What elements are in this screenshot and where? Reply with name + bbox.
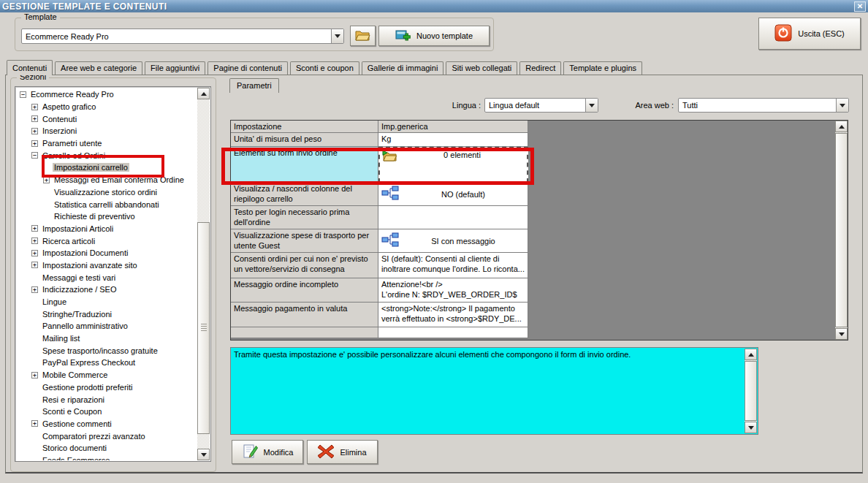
scroll-down-icon[interactable] (835, 328, 848, 340)
settings-table-row[interactable]: Visualizzazione spese di trasporto per u… (231, 229, 528, 253)
setting-value: 0 elementi (400, 150, 525, 160)
tree-item[interactable]: Spese trasporto/incasso gratuite (17, 344, 197, 357)
web-area-select[interactable]: Tutti (678, 98, 849, 113)
scroll-down-icon[interactable] (745, 422, 757, 433)
table-scrollbar[interactable] (835, 121, 848, 340)
tab-pagine-di-contenuti[interactable]: Pagine di contenuti (208, 61, 288, 75)
chevron-down-icon[interactable] (585, 99, 598, 112)
collapse-icon[interactable]: − (20, 91, 26, 98)
expand-icon[interactable]: + (31, 128, 38, 134)
settings-table-row[interactable]: Messaggio pagamento in valuta<strong>Not… (231, 303, 528, 327)
tree-item[interactable]: Messaggi e testi vari (17, 271, 197, 284)
settings-table-row[interactable] (231, 327, 528, 338)
tree-item-label: Lingue (41, 297, 68, 306)
tab-siti-web-collegati[interactable]: Siti web collegati (446, 61, 517, 75)
tree-item[interactable]: +Ricerca articoli (17, 235, 197, 247)
template-select[interactable]: Ecommerce Ready Pro (21, 28, 344, 44)
tree-item[interactable]: Lingue (17, 296, 197, 308)
tab-template-e-plugins[interactable]: Template e plugins (563, 61, 642, 75)
tab-aree-web-e-categorie[interactable]: Aree web e categorie (55, 61, 142, 75)
scroll-up-icon[interactable] (197, 88, 210, 99)
tab-parametri[interactable]: Parametri (229, 78, 279, 93)
tree-item[interactable]: +Indicizzazione / SEO (17, 284, 197, 296)
settings-table-row[interactable]: Visualizza / nascondi colonne del riepil… (231, 183, 528, 206)
open-template-button[interactable] (350, 26, 376, 46)
expand-icon[interactable]: + (31, 262, 38, 268)
expand-icon[interactable]: + (31, 225, 38, 232)
tree-scrollbar-thumb[interactable] (197, 222, 210, 435)
tree-item[interactable]: Comparatori prezzi avanzato (17, 430, 197, 442)
tree-item[interactable]: Visualizzazione storico ordini (17, 186, 197, 199)
hierarchy-icon (381, 186, 399, 202)
expand-icon[interactable]: + (31, 372, 38, 379)
expand-icon[interactable]: + (31, 140, 38, 147)
tree-item[interactable]: Pannello amministrativo (17, 320, 197, 332)
setting-name-cell: Messaggio pagamento in valuta (231, 303, 378, 327)
expand-icon[interactable]: + (31, 250, 38, 256)
expand-icon[interactable]: + (31, 104, 38, 110)
tree-item[interactable]: Storico documenti (17, 442, 197, 455)
tree-item[interactable]: +Inserzioni (17, 125, 197, 137)
tree-item[interactable]: Stringhe/Traduzioni (17, 308, 197, 320)
settings-table-row[interactable]: Consenti ordini per cui non e' previsto … (231, 253, 528, 278)
tree-item[interactable]: +Aspetto grafico (17, 101, 197, 113)
chevron-down-icon[interactable] (836, 99, 848, 112)
tab-gallerie-di-immagini[interactable]: Gallerie di immagini (362, 61, 444, 75)
tree-item[interactable]: +Impostazioni avanzate sito (17, 259, 197, 272)
tree-item[interactable]: −Ecommerce Ready Pro (17, 88, 197, 101)
scroll-up-icon[interactable] (745, 349, 757, 360)
chevron-down-icon[interactable] (331, 29, 343, 43)
tree-item[interactable]: Resi e riparazioni (17, 393, 197, 406)
tree-item[interactable]: +Parametri utente (17, 137, 197, 150)
tab-redirect[interactable]: Redirect (519, 61, 561, 75)
tree-item[interactable]: +Gestione commenti (17, 418, 197, 430)
expand-icon[interactable]: + (31, 237, 38, 244)
delete-button[interactable]: Elimina (307, 440, 378, 464)
tree-item[interactable]: Richieste di preventivo (17, 210, 197, 223)
tree-item[interactable]: Impostazioni carrello (17, 161, 197, 174)
tree-item[interactable]: Sconti e Coupon (17, 406, 197, 418)
scroll-down-icon[interactable] (197, 449, 210, 460)
expand-icon[interactable]: + (43, 177, 50, 183)
tree-item[interactable]: Mailing list (17, 332, 197, 345)
expand-icon[interactable]: + (31, 115, 38, 122)
tree-item[interactable]: Feeds Ecommerce (17, 455, 197, 460)
expand-icon[interactable]: + (31, 286, 38, 293)
tree-item[interactable]: Statistica carrelli abbandonati (17, 198, 197, 210)
settings-table-row[interactable]: Testo per login necessario prima dell'or… (231, 206, 528, 229)
exit-button[interactable]: Uscita (ESC) (758, 18, 861, 50)
table-scrollbar-thumb[interactable] (835, 133, 848, 327)
tab-sconti-e-coupon[interactable]: Sconti e coupon (290, 61, 359, 75)
tree-item[interactable]: −Carrello ed Ordini (17, 149, 197, 161)
settings-table-area: Impostazione Imp.generica Unita' di misu… (230, 120, 848, 341)
info-scrollbar-thumb[interactable] (745, 361, 757, 421)
collapse-icon[interactable]: − (31, 152, 38, 159)
tree-item[interactable]: +Contenuti (17, 113, 197, 125)
tree-item-label: Sconti e Coupon (41, 407, 103, 416)
tree-item[interactable]: +Impostazioni Documenti (17, 247, 197, 259)
setting-name-cell: Testo per login necessario prima dell'or… (231, 206, 378, 229)
modify-button[interactable]: Modifica (232, 440, 303, 464)
tree-scrollbar[interactable] (197, 88, 210, 460)
setting-value-cell (378, 206, 528, 229)
tree-item[interactable]: +Mobile Commerce (17, 369, 197, 381)
tree-item[interactable]: +Messaggi ed Email conferma Ordine (17, 174, 197, 186)
tree-items: −Ecommerce Ready Pro+Aspetto grafico+Con… (17, 88, 197, 460)
info-scrollbar[interactable] (745, 349, 757, 433)
tab-file-aggiuntivi[interactable]: File aggiuntivi (145, 61, 205, 75)
folder-icon (355, 29, 370, 43)
modify-button-label: Modifica (264, 448, 294, 457)
tree-item[interactable]: PayPal Express Checkout (17, 357, 197, 369)
new-template-button[interactable]: Nuovo template (378, 26, 490, 46)
close-icon[interactable]: ✕ (854, 1, 866, 12)
tree-item[interactable]: Gestione prodotti preferiti (17, 381, 197, 394)
expand-icon[interactable]: + (31, 420, 38, 427)
settings-table-row[interactable]: Messaggio ordine incompletoAttenzione!<b… (231, 278, 528, 303)
scroll-up-icon[interactable] (835, 121, 848, 132)
setting-value: Attenzione!<br /> L'ordine N: $RDY_WEB_O… (381, 280, 517, 303)
settings-table-row[interactable]: Unita' di misura del pesoKg (231, 133, 528, 147)
language-select[interactable]: Lingua default (484, 98, 598, 113)
settings-table-row[interactable]: Elementi su form invio ordine0 elementi (231, 147, 528, 183)
tab-contenuti[interactable]: Contenuti (7, 60, 53, 75)
tree-item[interactable]: +Impostazioni Articoli (17, 223, 197, 235)
